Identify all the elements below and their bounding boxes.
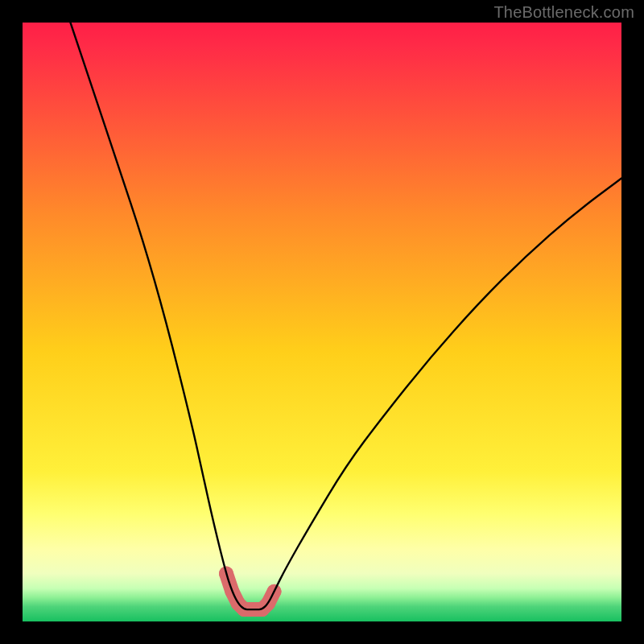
watermark-text: TheBottleneck.com <box>493 3 634 22</box>
gradient-bg <box>23 23 621 621</box>
chart-frame: TheBottleneck.com <box>0 0 644 644</box>
chart-svg <box>23 23 621 621</box>
plot-area <box>23 23 621 621</box>
